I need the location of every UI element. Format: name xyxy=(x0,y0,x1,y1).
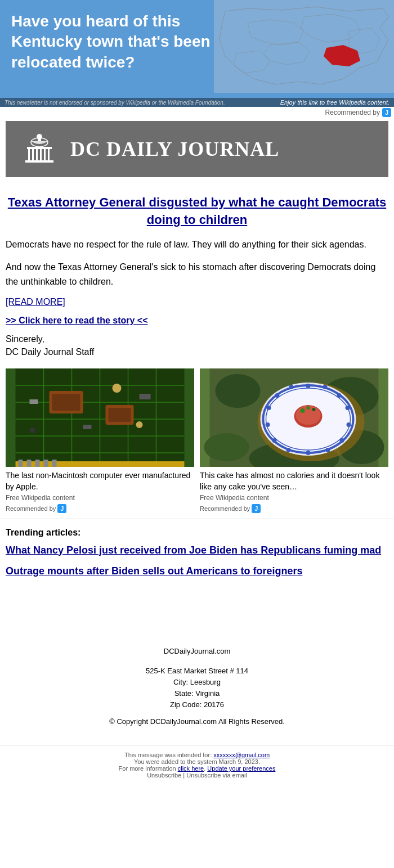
banner-enjoy: Enjoy this link to free Wikipedia conten… xyxy=(280,99,389,106)
trending-label: Trending articles: xyxy=(6,528,388,538)
svg-point-60 xyxy=(286,448,291,452)
svg-point-30 xyxy=(30,428,35,433)
footer-zip: Zip Code: 20176 xyxy=(6,700,388,709)
card-1-title: The last non-Macintosh computer ever man… xyxy=(6,470,194,492)
banner-disclaimer: This newsletter is not endorsed or spons… xyxy=(5,100,225,106)
svg-rect-12 xyxy=(25,160,53,163)
banner-headline: Have you heard of this Kentucky town tha… xyxy=(11,11,225,73)
read-more-link[interactable]: [READ MORE] xyxy=(6,297,388,307)
svg-point-63 xyxy=(267,406,271,410)
svg-rect-11 xyxy=(48,149,50,160)
svg-point-56 xyxy=(347,422,351,427)
trending-section: Trending articles: What Nancy Pelosi jus… xyxy=(0,519,394,591)
card-1-subtitle: Free Wikipedia content xyxy=(6,494,194,502)
top-banner[interactable]: Have you heard of this Kentucky town tha… xyxy=(0,0,394,107)
svg-point-52 xyxy=(306,384,311,388)
footer-period: . xyxy=(204,765,205,772)
card-1-recommended-label: Recommended by xyxy=(6,505,56,512)
svg-point-51 xyxy=(289,385,294,389)
svg-point-44 xyxy=(204,433,249,461)
card-2-j-badge: J xyxy=(252,504,261,513)
trending-article-2[interactable]: Outrage mounts after Biden sells out Ame… xyxy=(6,564,388,578)
journal-title: DC DAILY JOURNAL xyxy=(70,137,279,161)
card-2-title: This cake has almost no calories and it … xyxy=(200,470,388,492)
footer-message: This message was intended for: xxxxxxx@g… xyxy=(0,745,394,784)
svg-point-62 xyxy=(266,422,270,427)
svg-rect-10 xyxy=(44,149,46,160)
svg-point-57 xyxy=(340,438,344,443)
footer-line1: This message was intended for: xyxy=(124,752,212,758)
capitol-icon xyxy=(17,127,62,172)
article-paragraph-2: And now the Texas Attorney General's sic… xyxy=(6,260,388,289)
svg-point-58 xyxy=(326,448,330,452)
svg-rect-7 xyxy=(32,149,34,160)
svg-rect-3 xyxy=(38,137,41,141)
svg-point-67 xyxy=(301,408,305,413)
svg-rect-34 xyxy=(16,461,185,467)
trending-link-1[interactable]: What Nancy Pelosi just received from Joe… xyxy=(6,545,381,556)
svg-point-53 xyxy=(323,385,328,389)
svg-point-41 xyxy=(216,374,261,408)
footer-copyright: © Copyright DCDailyJournal.com All Right… xyxy=(6,717,388,726)
trending-article-1[interactable]: What Nancy Pelosi just received from Joe… xyxy=(6,543,388,557)
main-content: Texas Attorney General disgusted by what… xyxy=(0,180,394,513)
card-1-recommended: Recommended by J xyxy=(6,504,194,513)
svg-rect-39 xyxy=(52,460,57,467)
recommended-by-top: Recommended by J xyxy=(0,107,394,118)
footer-click-here-link[interactable]: click here xyxy=(178,765,204,772)
footer-state: State: Virginia xyxy=(6,689,388,698)
footer-info-line: For more information click here. Update … xyxy=(6,765,388,772)
card-2-image xyxy=(200,368,388,467)
svg-point-55 xyxy=(346,406,350,410)
svg-rect-5 xyxy=(27,147,52,149)
footer: DCDailyJournal.com 525-K East Market Str… xyxy=(0,636,394,740)
svg-rect-36 xyxy=(27,460,32,467)
svg-point-69 xyxy=(307,406,310,410)
svg-point-64 xyxy=(275,393,280,398)
journal-header: DC DAILY JOURNAL xyxy=(6,121,388,177)
svg-rect-8 xyxy=(36,149,38,160)
sincerely-text: Sincerely, xyxy=(6,334,388,344)
banner-map xyxy=(214,0,394,93)
footer-city: City: Leesburg xyxy=(6,678,388,686)
svg-point-61 xyxy=(272,438,277,443)
article-title-link[interactable]: Texas Attorney General disgusted by what… xyxy=(8,195,386,227)
card-2-recommended: Recommended by J xyxy=(200,504,388,513)
footer-for-more: For more information xyxy=(119,765,176,772)
svg-rect-37 xyxy=(35,460,40,467)
svg-point-54 xyxy=(337,393,342,398)
trending-link-2[interactable]: Outrage mounts after Biden sells out Ame… xyxy=(6,565,302,577)
j-badge-top: J xyxy=(382,108,391,117)
card-1-j-badge: J xyxy=(57,504,66,513)
svg-rect-35 xyxy=(19,460,23,467)
journal-header-wrapper: DC DAILY JOURNAL xyxy=(0,118,394,180)
article-title-wrapper[interactable]: Texas Attorney General disgusted by what… xyxy=(6,194,388,229)
svg-rect-38 xyxy=(44,460,48,467)
footer-address: 525-K East Market Street # 114 xyxy=(6,667,388,675)
footer-unsubscribe: Unsubscribe | Unsubscribe via email xyxy=(6,772,388,779)
svg-rect-31 xyxy=(83,425,92,429)
card-1[interactable]: The last non-Macintosh computer ever man… xyxy=(6,368,194,512)
svg-rect-27 xyxy=(109,408,131,422)
svg-rect-9 xyxy=(40,149,42,160)
click-here-link[interactable]: >> Click here to read the story << xyxy=(6,316,388,326)
svg-rect-32 xyxy=(140,394,151,399)
card-2-recommended-label: Recommended by xyxy=(200,505,250,512)
staff-text: DC Daily Journal Staff xyxy=(6,347,388,357)
footer-email-link[interactable]: xxxxxxx@gmail.com xyxy=(213,752,270,758)
card-1-image xyxy=(6,368,194,467)
card-2-subtitle: Free Wikipedia content xyxy=(200,494,388,502)
svg-rect-6 xyxy=(28,149,30,160)
footer-update-link[interactable]: Update your preferences xyxy=(207,765,275,772)
svg-point-28 xyxy=(113,384,122,393)
footer-intended: This message was intended for: xxxxxxx@g… xyxy=(6,752,388,758)
svg-rect-25 xyxy=(52,394,80,411)
recommended-label-top: Recommended by xyxy=(325,109,380,116)
card-2[interactable]: This cake has almost no calories and it … xyxy=(200,368,388,512)
footer-domain: DCDailyJournal.com xyxy=(6,647,388,655)
article-cards: The last non-Macintosh computer ever man… xyxy=(6,368,388,512)
banner-footer: This newsletter is not endorsed or spons… xyxy=(0,98,394,107)
svg-rect-33 xyxy=(30,399,38,404)
article-paragraph-1: Democrats have no respect for the rule o… xyxy=(6,237,388,252)
svg-point-29 xyxy=(136,421,143,428)
